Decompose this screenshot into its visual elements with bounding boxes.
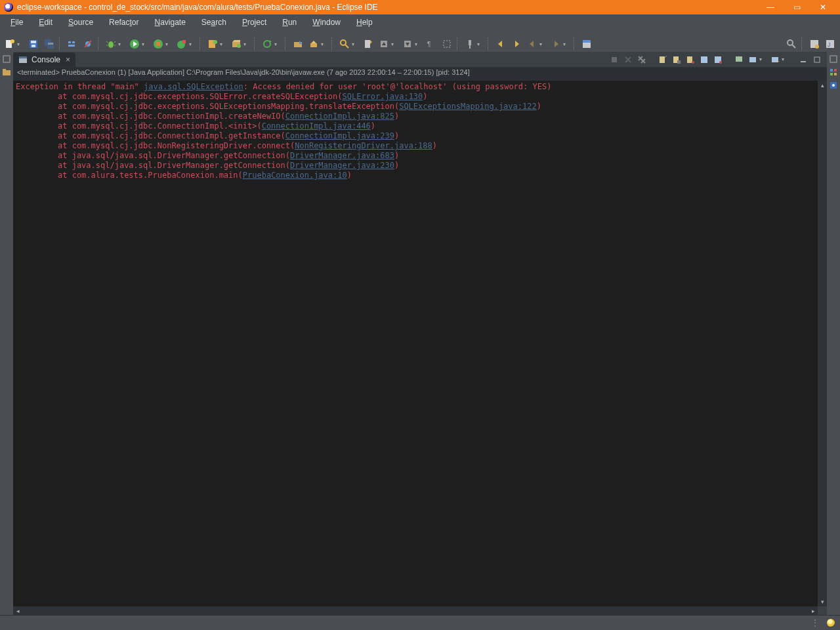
package-explorer-icon[interactable]	[2, 68, 11, 77]
external-tools-icon[interactable]	[175, 37, 189, 51]
show-stdout-icon[interactable]	[698, 54, 710, 66]
open-type-icon[interactable]	[291, 37, 305, 51]
stack-link[interactable]: PruebaConexion.java:10	[243, 171, 347, 180]
stack-link[interactable]: SQLError.java:130	[342, 92, 423, 101]
stack-link[interactable]: SQLExceptionsMapping.java:122	[399, 102, 537, 111]
dropdown-icon[interactable]: ▾	[563, 41, 570, 47]
dropdown-icon[interactable]: ▾	[220, 41, 226, 47]
menu-navigate[interactable]: Navigate	[146, 16, 193, 29]
dropdown-icon[interactable]: ▾	[274, 41, 281, 47]
nav-forward-icon[interactable]	[549, 37, 563, 51]
stack-link[interactable]: ConnectionImpl.java:446	[262, 121, 371, 131]
outline-icon[interactable]	[829, 81, 838, 90]
quick-access-search-icon[interactable]	[784, 37, 799, 51]
word-wrap-icon[interactable]	[684, 54, 696, 66]
dropdown-icon[interactable]: ▾	[118, 41, 125, 47]
search-icon[interactable]	[337, 37, 352, 51]
scroll-right-icon[interactable]: ▸	[808, 606, 818, 616]
dropdown-icon[interactable]: ▾	[477, 41, 484, 47]
maximize-view-icon[interactable]	[811, 54, 823, 66]
save-icon[interactable]	[26, 37, 41, 51]
dropdown-icon[interactable]: ▾	[142, 41, 148, 47]
pin-console-icon[interactable]	[733, 54, 745, 66]
open-perspective-button[interactable]	[807, 37, 822, 51]
menu-source[interactable]: Source	[60, 16, 101, 29]
remove-launch-icon[interactable]	[622, 54, 634, 66]
console-text[interactable]: Exception in thread "main" java.sql.SQLE…	[13, 81, 818, 606]
open-task-icon[interactable]	[306, 37, 321, 51]
scroll-lock-icon[interactable]	[671, 54, 682, 66]
stack-link[interactable]: DriverManager.java:230	[290, 161, 394, 170]
toggle-breadcrumb-icon[interactable]	[65, 37, 79, 51]
svg-line-14	[106, 41, 108, 43]
menu-run[interactable]: Run	[274, 16, 304, 29]
tip-bulb-icon[interactable]	[827, 619, 835, 627]
restore-view-icon[interactable]	[2, 54, 11, 64]
save-all-icon[interactable]	[42, 37, 56, 51]
close-icon[interactable]: ×	[64, 55, 72, 64]
dropdown-icon[interactable]: ▾	[165, 41, 172, 47]
dropdown-icon[interactable]: ▾	[352, 41, 358, 47]
scroll-down-icon[interactable]: ▾	[818, 597, 827, 606]
debug-icon[interactable]	[104, 37, 118, 51]
new-java-class-icon[interactable]	[205, 37, 220, 51]
menu-edit[interactable]: Edit	[31, 16, 60, 29]
menu-refactor[interactable]: Refactor	[101, 16, 146, 29]
remove-all-terminated-icon[interactable]	[636, 54, 648, 66]
stack-link[interactable]: ConnectionImpl.java:239	[285, 131, 394, 140]
build-icon[interactable]	[260, 37, 274, 51]
run-icon[interactable]	[127, 37, 142, 51]
show-stderr-icon[interactable]	[712, 54, 724, 66]
dropdown-icon[interactable]: ▾	[391, 41, 398, 47]
stack-link[interactable]: NonRegisteringDriver.java:188	[295, 141, 432, 150]
dropdown-icon[interactable]: ▾	[782, 56, 788, 62]
window-restore-button[interactable]: ▭	[784, 0, 810, 14]
horizontal-scrollbar[interactable]: ◂ ▸	[13, 606, 818, 616]
show-whitespace-icon[interactable]: ¶	[424, 37, 438, 51]
restore-view-icon[interactable]	[829, 54, 838, 64]
menu-help[interactable]: Help	[348, 16, 381, 29]
display-selected-console-icon[interactable]	[747, 54, 759, 66]
dropdown-icon[interactable]: ▾	[759, 56, 766, 62]
window-minimize-button[interactable]: —	[757, 0, 784, 14]
menu-file[interactable]: File	[3, 16, 31, 29]
terminate-icon[interactable]	[608, 54, 620, 66]
dropdown-icon[interactable]: ▾	[539, 41, 546, 47]
minimize-view-icon[interactable]	[797, 54, 809, 66]
dropdown-icon[interactable]: ▾	[415, 41, 421, 47]
prev-annotation-icon[interactable]	[377, 37, 391, 51]
skip-breakpoints-icon[interactable]	[81, 37, 95, 51]
nav-back-icon[interactable]	[525, 37, 539, 51]
vertical-scrollbar[interactable]: ▴ ▾	[818, 81, 827, 606]
overflow-icon[interactable]: ⋮	[811, 618, 820, 627]
java-perspective-icon[interactable]: J	[823, 37, 837, 51]
dropdown-icon[interactable]: ▾	[243, 41, 250, 47]
dropdown-icon[interactable]: ▾	[189, 41, 196, 47]
nav-back-history-icon[interactable]	[494, 37, 508, 51]
menu-search[interactable]: Search	[194, 16, 234, 29]
new-package-icon[interactable]	[229, 37, 243, 51]
stack-link[interactable]: DriverManager.java:683	[290, 151, 394, 160]
svg-rect-9	[72, 41, 75, 43]
stack-link[interactable]: java.sql.SQLException	[144, 82, 243, 91]
next-annotation-icon[interactable]	[400, 37, 415, 51]
menu-project[interactable]: Project	[234, 16, 274, 29]
open-perspective-icon[interactable]	[579, 37, 594, 51]
menu-window[interactable]: Window	[304, 16, 348, 29]
dropdown-icon[interactable]: ▾	[321, 41, 327, 47]
stack-link[interactable]: ConnectionImpl.java:825	[285, 112, 394, 121]
scroll-up-icon[interactable]: ▴	[818, 81, 827, 90]
nav-forward-history-icon[interactable]	[509, 37, 524, 51]
pin-editor-icon[interactable]	[463, 37, 477, 51]
window-close-button[interactable]: ✕	[810, 0, 836, 14]
dropdown-icon[interactable]: ▾	[17, 41, 24, 47]
coverage-icon[interactable]	[151, 37, 165, 51]
task-list-icon[interactable]	[829, 68, 838, 77]
scroll-left-icon[interactable]: ◂	[13, 606, 22, 616]
block-selection-icon[interactable]	[440, 37, 454, 51]
new-icon[interactable]	[3, 37, 17, 51]
toggle-mark-icon[interactable]	[361, 37, 375, 51]
open-console-icon[interactable]: +	[769, 54, 781, 66]
tab-console[interactable]: Console ×	[13, 52, 75, 67]
clear-console-icon[interactable]	[657, 54, 669, 66]
